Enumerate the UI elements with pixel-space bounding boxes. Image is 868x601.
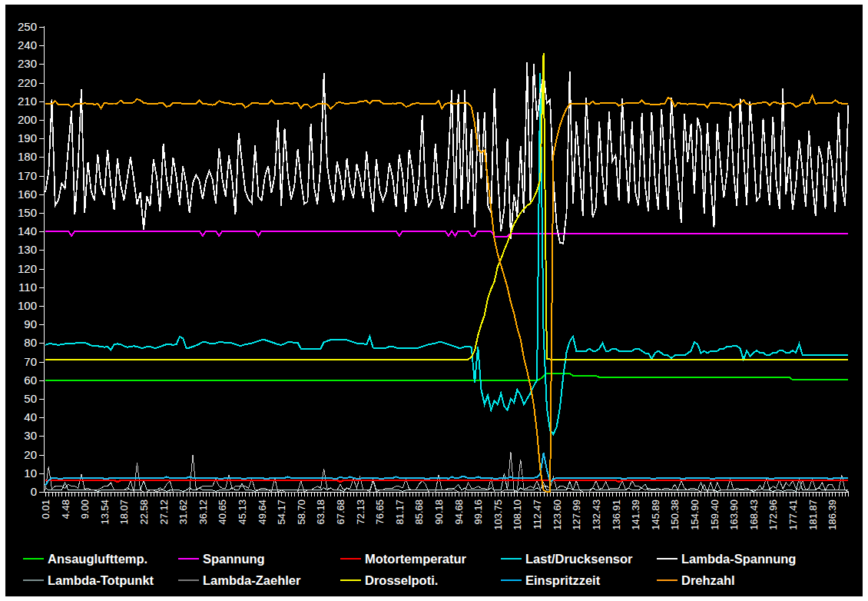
svg-text:45.13: 45.13: [237, 500, 248, 525]
svg-text:Lambda-Zaehler: Lambda-Zaehler: [203, 573, 301, 587]
svg-text:90: 90: [24, 317, 37, 330]
svg-text:18.07: 18.07: [118, 500, 130, 525]
svg-text:76.65: 76.65: [374, 500, 386, 525]
svg-text:186.39: 186.39: [827, 500, 838, 530]
svg-text:Einspritzzeit: Einspritzzeit: [525, 573, 601, 587]
svg-text:99.16: 99.16: [472, 500, 484, 525]
svg-text:31.62: 31.62: [177, 500, 189, 525]
svg-text:58.70: 58.70: [296, 500, 307, 525]
svg-text:94.68: 94.68: [453, 500, 465, 525]
svg-text:160: 160: [18, 188, 37, 201]
svg-text:240: 240: [18, 38, 37, 51]
svg-text:Ansauglufttemp.: Ansauglufttemp.: [48, 552, 147, 566]
svg-text:163.90: 163.90: [728, 500, 740, 530]
svg-text:180: 180: [18, 150, 37, 163]
svg-text:40.65: 40.65: [217, 500, 228, 525]
svg-text:Drehzahl: Drehzahl: [681, 573, 735, 587]
svg-text:100: 100: [18, 299, 37, 312]
svg-text:103.75: 103.75: [492, 500, 504, 530]
svg-text:250: 250: [18, 20, 37, 33]
svg-text:120: 120: [18, 262, 37, 275]
svg-text:36.12: 36.12: [197, 500, 209, 525]
svg-text:40: 40: [24, 410, 37, 423]
svg-text:90.18: 90.18: [433, 500, 445, 525]
svg-text:177.41: 177.41: [787, 500, 799, 530]
svg-text:20: 20: [24, 448, 37, 461]
svg-text:50: 50: [24, 392, 37, 405]
svg-text:136.91: 136.91: [611, 500, 622, 530]
svg-text:63.18: 63.18: [315, 500, 326, 525]
svg-text:Spannung: Spannung: [203, 552, 265, 566]
svg-text:145.89: 145.89: [650, 500, 661, 530]
svg-text:67.68: 67.68: [335, 500, 346, 525]
svg-text:230: 230: [18, 57, 37, 70]
svg-text:Last/Drucksensor: Last/Drucksensor: [525, 552, 633, 566]
svg-text:10: 10: [24, 467, 37, 480]
svg-text:110: 110: [18, 281, 37, 294]
svg-text:150.38: 150.38: [669, 500, 681, 530]
svg-text:112.47: 112.47: [532, 500, 543, 530]
svg-text:0: 0: [31, 485, 37, 498]
svg-text:168.43: 168.43: [748, 500, 760, 530]
svg-text:85.68: 85.68: [413, 500, 425, 525]
svg-text:127.99: 127.99: [571, 500, 582, 530]
svg-text:60: 60: [24, 374, 37, 387]
svg-text:27.12: 27.12: [158, 500, 170, 525]
svg-text:172.96: 172.96: [767, 500, 779, 530]
svg-text:210: 210: [18, 95, 37, 108]
svg-text:54.17: 54.17: [276, 500, 287, 525]
svg-text:132.43: 132.43: [591, 500, 602, 530]
svg-text:140: 140: [18, 224, 37, 237]
svg-text:13.54: 13.54: [99, 500, 111, 525]
svg-text:154.90: 154.90: [689, 500, 701, 530]
svg-text:220: 220: [18, 76, 37, 89]
svg-text:72.13: 72.13: [355, 500, 366, 525]
svg-text:0.01: 0.01: [40, 500, 51, 519]
svg-text:123.60: 123.60: [552, 500, 563, 530]
svg-text:200: 200: [18, 113, 37, 126]
svg-text:Motortemperatur: Motortemperatur: [365, 552, 467, 566]
svg-text:22.58: 22.58: [138, 500, 150, 525]
svg-text:150: 150: [18, 206, 37, 219]
svg-text:81.17: 81.17: [394, 500, 406, 525]
svg-text:80: 80: [24, 336, 37, 349]
svg-text:4.48: 4.48: [60, 500, 71, 519]
svg-text:190: 190: [18, 131, 37, 144]
svg-text:Lambda-Totpunkt: Lambda-Totpunkt: [48, 573, 154, 587]
svg-text:30: 30: [24, 429, 37, 442]
svg-text:108.10: 108.10: [512, 500, 523, 530]
svg-text:130: 130: [18, 243, 37, 256]
svg-text:181.87: 181.87: [807, 500, 819, 530]
svg-text:49.64: 49.64: [257, 500, 268, 525]
svg-text:141.39: 141.39: [630, 500, 641, 530]
svg-text:Lambda-Spannung: Lambda-Spannung: [681, 552, 796, 566]
svg-text:170: 170: [18, 169, 37, 182]
svg-text:Drosselpoti.: Drosselpoti.: [365, 573, 438, 587]
svg-text:9.00: 9.00: [79, 500, 91, 519]
svg-text:70: 70: [24, 355, 37, 368]
svg-text:159.40: 159.40: [709, 500, 721, 530]
